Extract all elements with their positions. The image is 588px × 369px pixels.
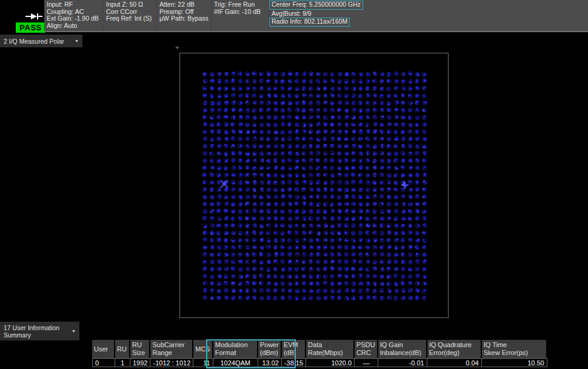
cell-modulation-format: 1024QAM	[213, 358, 258, 367]
header-text: IQ Quadrature	[429, 341, 479, 349]
cell-data-rate: 1020.0	[306, 358, 355, 367]
cell-user: 0	[92, 358, 115, 367]
col-ru-size: RUSize	[130, 340, 150, 358]
header-text: Modulation	[215, 341, 255, 349]
col-modulation-format: ModulationFormat	[213, 340, 258, 358]
measbar-divider	[156, 0, 157, 31]
header-text: SubCarrier	[152, 341, 190, 349]
input-z-setting: Input Z: 50 Ω	[106, 1, 152, 8]
rf-input-icon	[25, 13, 44, 20]
if-gain-setting: #IF Gain: -10 dB	[214, 8, 261, 16]
header-text: EVM	[284, 341, 303, 349]
summary-selector-line1: 17 User Information	[4, 324, 59, 331]
cell-evm: -38.15	[282, 358, 306, 367]
header-text: Format	[215, 349, 255, 357]
constellation-canvas	[180, 53, 448, 317]
align-setting: Align: Auto	[47, 22, 99, 30]
uw-path-setting: µW Path: Bypass	[159, 15, 209, 22]
header-text: Power	[260, 341, 279, 349]
cell-iq-gain-inbalance: -0.01	[378, 358, 427, 367]
input-setting: Input: RF	[47, 1, 99, 8]
trace-selector-label: 2 I/Q Measured Polar	[4, 38, 64, 45]
header-text: User	[94, 345, 112, 353]
cell-psdu-crc: —	[355, 358, 378, 367]
table-row: 0 1 1992 -1012 : 1012 11 1024QAM 13.02 -…	[92, 358, 547, 367]
measbar-divider	[211, 0, 212, 31]
summary-selector-dropdown[interactable]: 17 User Information Summary ▼	[0, 322, 79, 340]
ext-gain-setting: Ext Gain: -1.90 dB	[47, 15, 99, 22]
col-iq-quadrature-error: IQ QuadratureError(deg)	[427, 340, 482, 358]
summary-selector-line2: Summary	[4, 331, 31, 339]
freq-ref-setting: Freq Ref: Int (S)	[106, 15, 152, 22]
cell-ru: 1	[115, 358, 130, 367]
header-text: Skew Error(ps)	[484, 349, 544, 357]
header-text: IQ Gain	[380, 341, 424, 349]
header-text: (dBm)	[260, 349, 279, 357]
col-data-rate: DataRate(Mbps)	[306, 340, 355, 358]
trigger-settings-group: Trig: Free Run #IF Gain: -10 dB	[214, 1, 261, 15]
cell-iq-quadrature-error: 0.04	[427, 358, 482, 367]
col-evm: EVM(dB)	[282, 340, 306, 358]
freq-readout-group: Center Freq: 5.250000000 GHz Avg|Burst: …	[269, 1, 363, 27]
cell-mcs: 11	[193, 358, 213, 367]
header-text: IQ Time	[484, 341, 544, 349]
header-text: Error(deg)	[429, 349, 479, 357]
trace-selector-dropdown[interactable]: 2 I/Q Measured Polar ▼	[0, 35, 82, 47]
header-text: PSDU	[356, 341, 375, 349]
header-text: MCS	[195, 345, 210, 353]
header-text: (dB)	[284, 349, 303, 357]
avg-burst-readout: Avg|Burst: 9/9	[269, 10, 363, 18]
trig-setting: Trig: Free Run	[214, 1, 261, 8]
header-text: RU	[132, 341, 147, 349]
header-text: CRC	[356, 349, 375, 357]
col-user: User	[92, 340, 115, 358]
input-settings-group: Input: RF Coupling: AC Ext Gain: -1.90 d…	[47, 1, 99, 29]
impedance-settings-group: Input Z: 50 Ω Corr CCorr Freq Ref: Int (…	[106, 1, 152, 22]
table-header-row: User RU RUSize SubCarrierRange MCS Modul…	[92, 340, 547, 358]
header-text: Data	[308, 341, 352, 349]
header-text: RU	[117, 345, 127, 353]
col-iq-gain-inbalance: IQ GainInbalance(dB)	[378, 340, 427, 358]
atten-setting: Atten: 22 dB	[159, 1, 209, 8]
pass-badge: PASS	[16, 22, 45, 33]
measbar-divider	[102, 0, 103, 31]
col-mcs: MCS	[193, 340, 213, 358]
atten-settings-group: Atten: 22 dB Preamp: Off µW Path: Bypass	[159, 1, 209, 22]
analyzer-screen: PASS Input: RF Coupling: AC Ext Gain: -1…	[0, 0, 588, 369]
summary-selector-label: 17 User Information Summary	[4, 324, 59, 339]
col-psdu-crc: PSDUCRC	[355, 340, 378, 358]
chevron-down-icon: ▼	[72, 329, 76, 333]
cell-subcarrier-range: -1012 : 1012	[150, 358, 193, 367]
col-ru: RU	[115, 340, 130, 358]
header-text: Size	[132, 349, 147, 357]
chevron-down-icon: ▼	[75, 39, 79, 43]
cell-power: 13.02	[258, 358, 282, 367]
col-power: Power(dBm)	[258, 340, 282, 358]
header-text: Rate(Mbps)	[308, 349, 352, 357]
measurement-settings-bar: Input: RF Coupling: AC Ext Gain: -1.90 d…	[44, 0, 588, 32]
plot-corner-marker: +	[175, 44, 179, 51]
user-info-table: User RU RUSize SubCarrierRange MCS Modul…	[92, 340, 547, 367]
col-subcarrier-range: SubCarrierRange	[150, 340, 193, 358]
header-text: Inbalance(dB)	[380, 349, 424, 357]
cell-ru-size: 1992	[130, 358, 150, 367]
constellation-plot	[179, 53, 449, 318]
col-iq-time-skew-error: IQ TimeSkew Error(ps)	[482, 340, 547, 358]
cell-iq-time-skew-error: 10.50	[482, 358, 547, 367]
status-zone: PASS	[0, 0, 44, 33]
header-text: Range	[152, 349, 190, 357]
radio-info-readout[interactable]: Radio Info: 802.11ax/160M	[269, 18, 350, 27]
center-freq-readout[interactable]: Center Freq: 5.250000000 GHz	[269, 1, 363, 10]
